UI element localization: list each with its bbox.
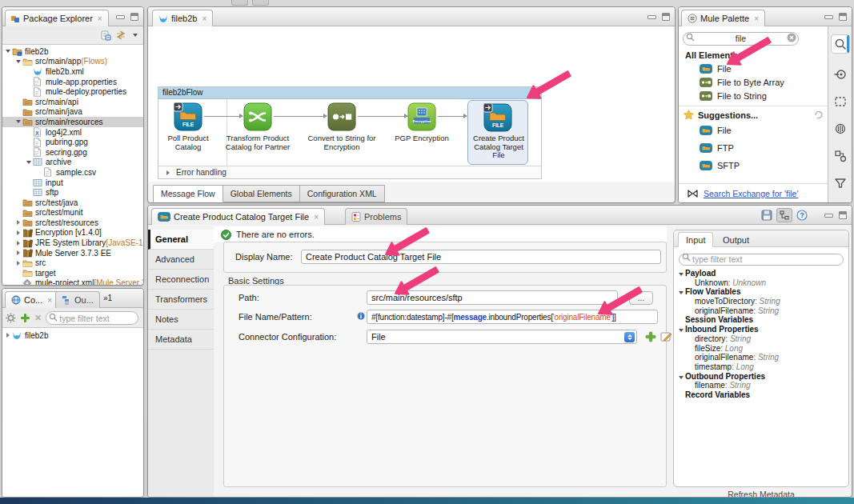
tree-item[interactable]: fileb2b.xml: [2, 66, 143, 77]
expand-icon[interactable]: [14, 120, 22, 123]
filters-category-icon[interactable]: [831, 174, 850, 193]
tab-configuration-xml[interactable]: Configuration XML: [300, 185, 385, 202]
tree-item[interactable]: input: [2, 178, 143, 188]
io-tree-item[interactable]: timestampLong: [674, 362, 848, 372]
nav-item-metadata[interactable]: Metadata: [148, 330, 214, 350]
expand-icon[interactable]: [14, 241, 22, 246]
close-icon[interactable]: ×: [314, 213, 319, 222]
minimize-icon[interactable]: [824, 214, 833, 218]
dropdown-stepper-icon[interactable]: [624, 332, 635, 342]
collapse-all-icon[interactable]: [100, 30, 111, 41]
expand-icon[interactable]: [14, 60, 22, 63]
io-tree-item[interactable]: fileSizeLong: [674, 344, 848, 354]
browse-button[interactable]: ...: [629, 291, 653, 305]
flow-step-poll-product-catalog[interactable]: FILE: [174, 102, 202, 131]
tree-item[interactable]: mule-app.properties: [2, 77, 143, 87]
io-tree-item[interactable]: Inbound Properties: [674, 325, 848, 334]
maximize-icon[interactable]: [662, 13, 670, 21]
tab-console[interactable]: Co... ×: [5, 291, 58, 308]
flow-step-pgp-encryption[interactable]: Encryption: [407, 102, 436, 131]
palette-item-file-to-byte-array[interactable]: File to Byte Array: [679, 75, 828, 89]
tree-item[interactable]: src/main/api: [2, 97, 143, 107]
scopes-category-icon[interactable]: [831, 92, 850, 111]
expand-icon[interactable]: [14, 230, 22, 235]
file-name-pattern-input[interactable]: #[function:datestamp]-#[message.inboundP…: [367, 310, 658, 324]
nav-item-notes[interactable]: Notes: [148, 310, 214, 330]
tree-item[interactable]: src/test/resources: [2, 218, 143, 228]
tree-item[interactable]: mule-project.xml [Mule Server 3.7: [2, 278, 143, 286]
flow-container[interactable]: fileb2bFlow FILE Poll: [158, 86, 542, 179]
tab-fileb2b-editor[interactable]: fileb2b ×: [152, 10, 213, 26]
link-with-editor-icon[interactable]: [115, 30, 126, 41]
gear-icon[interactable]: [6, 313, 16, 323]
transformers-category-icon[interactable]: [831, 201, 850, 203]
tree-item[interactable]: fileb2b: [2, 330, 143, 341]
palette-item-file[interactable]: File: [679, 62, 828, 75]
flow-canvas[interactable]: fileb2bFlow FILE Poll: [148, 26, 675, 182]
tree-item[interactable]: sftp: [2, 187, 143, 198]
io-tree-item[interactable]: filenameString: [674, 381, 848, 390]
tab-global-elements[interactable]: Global Elements: [223, 185, 300, 202]
expand-icon[interactable]: [677, 273, 685, 276]
expand-icon[interactable]: [677, 329, 685, 332]
connector-configuration-select[interactable]: File: [367, 330, 637, 344]
tree-item[interactable]: src: [2, 258, 143, 268]
palette-item-file-to-string[interactable]: File to String: [679, 89, 828, 102]
flow-step-convert-to-string[interactable]: [327, 102, 356, 131]
io-tree-item[interactable]: Outbound Properties: [674, 372, 848, 382]
refresh-metadata-link[interactable]: Refresh Metadata: [728, 490, 794, 498]
flow-step-create-target-file[interactable]: FILE Create Product Catalog Target File: [467, 100, 528, 165]
remove-icon[interactable]: ✕: [34, 313, 42, 323]
tree-item[interactable]: src/test/java: [2, 198, 143, 208]
maximize-icon[interactable]: [839, 13, 847, 21]
flow-step-transform[interactable]: [243, 102, 272, 131]
maximize-icon[interactable]: [130, 13, 138, 21]
tree-item[interactable]: fileb2b: [2, 46, 143, 57]
tree-item[interactable]: archive: [2, 158, 143, 168]
nav-item-transformers[interactable]: Transformers: [148, 290, 214, 310]
nav-item-reconnection[interactable]: Reconnection: [148, 270, 214, 290]
expand-icon[interactable]: [677, 376, 685, 379]
add-icon[interactable]: [20, 313, 30, 323]
connectors-category-icon[interactable]: [831, 65, 850, 84]
io-filter-input[interactable]: [679, 254, 844, 266]
tree-item[interactable]: src/main/java: [2, 107, 143, 118]
edit-configuration-icon[interactable]: [660, 331, 672, 342]
tab-input[interactable]: Input: [678, 232, 713, 247]
tree-item[interactable]: pubring.gpg: [2, 137, 143, 147]
tab-overflow-indicator[interactable]: »1: [103, 294, 112, 302]
io-tree-item[interactable]: UnknownUnknown: [674, 278, 848, 288]
tree-item[interactable]: mule-deploy.properties: [2, 86, 143, 97]
maximize-icon[interactable]: [839, 211, 847, 219]
tree-item[interactable]: Encryption [v1.4.0]: [2, 228, 143, 238]
expand-icon[interactable]: [4, 50, 12, 53]
tree-item[interactable]: src/main/resources: [2, 117, 143, 127]
palette-search-input[interactable]: [683, 32, 799, 46]
expand-icon[interactable]: [25, 161, 33, 164]
tree-item[interactable]: target: [2, 268, 143, 278]
io-tree-item[interactable]: moveToDirectoryString: [674, 297, 848, 306]
add-configuration-icon[interactable]: [645, 331, 656, 342]
tab-problems[interactable]: Problems: [345, 208, 407, 225]
palette-item-file[interactable]: File: [679, 122, 828, 139]
show-metadata-tree-icon[interactable]: [776, 208, 792, 222]
help-icon[interactable]: ?: [794, 208, 810, 222]
palette-item-sftp[interactable]: SFTP: [679, 157, 828, 174]
io-tree-item[interactable]: Record Variables: [674, 390, 848, 400]
tree-item[interactable]: secring.gpg: [2, 147, 143, 158]
expand-icon[interactable]: [14, 250, 22, 255]
search-category-icon[interactable]: [831, 34, 850, 54]
tree-item[interactable]: sample.csv: [2, 167, 143, 178]
tab-package-explorer[interactable]: Package Explorer ×: [5, 10, 109, 26]
tab-output[interactable]: Output: [716, 232, 756, 247]
io-tree-item[interactable]: originalFilenameString: [674, 353, 848, 362]
save-icon[interactable]: [759, 208, 775, 222]
tab-message-flow[interactable]: Message Flow: [153, 185, 223, 202]
close-icon[interactable]: ×: [47, 296, 52, 305]
minimize-icon[interactable]: [648, 15, 656, 19]
expand-icon[interactable]: [677, 291, 685, 294]
search-exchange-link[interactable]: Search Exchange for 'file': [704, 189, 798, 198]
nav-item-advanced[interactable]: Advanced: [148, 250, 214, 270]
tree-item[interactable]: JRE System Library [JavaSE-1.8]: [2, 238, 143, 248]
io-tree-item[interactable]: Session Variables: [674, 315, 848, 325]
